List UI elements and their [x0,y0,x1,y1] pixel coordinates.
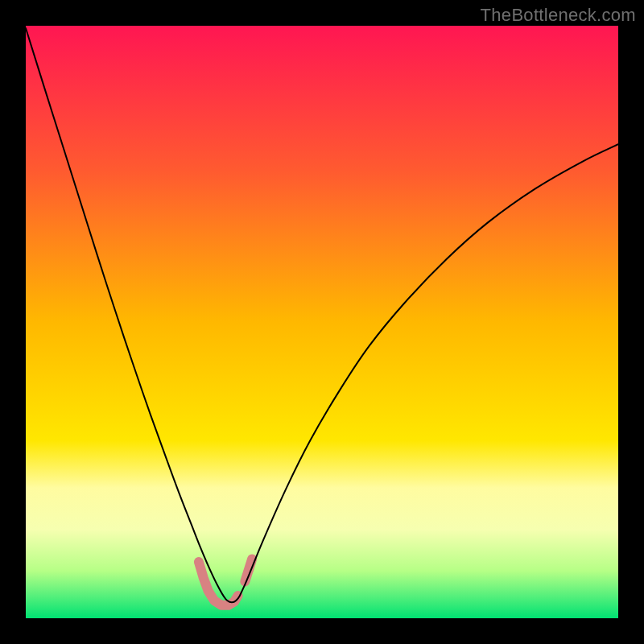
chart-background [26,26,618,618]
chart-frame: TheBottleneck.com [0,0,644,644]
watermark-text: TheBottleneck.com [481,5,636,26]
bottleneck-chart [26,26,618,618]
plot-area [26,26,618,618]
